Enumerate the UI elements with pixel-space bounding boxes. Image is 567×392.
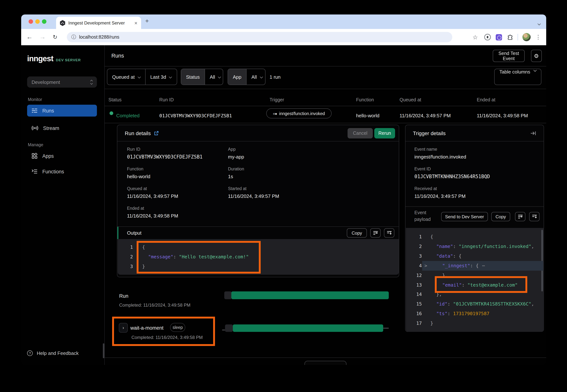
browser-tab[interactable]: Inngest Development Server × [56,17,141,29]
forward-icon[interactable]: → [39,33,46,41]
code-line-3: 3"data": { [406,251,544,261]
chevron-down-icon [218,75,221,79]
time-range-value: Last 3d [150,74,166,80]
stream-broadcast-icon [31,126,38,131]
inngest-app: inngest DEV SERVER Development Monitor R… [21,45,546,365]
annotation-box-output-json [137,241,261,274]
chevron-down-icon [138,75,141,79]
app-filter-label: App [228,69,246,85]
address-bar[interactable]: ⓘ localhost:8288/runs [67,32,452,42]
site-info-icon[interactable]: ⓘ [71,34,76,41]
table-columns-button[interactable]: Table columns [494,69,541,85]
run-queue-bar [224,291,232,299]
sidebar-item-label: Runs [42,108,54,113]
row-status: Completed [116,113,140,118]
cancel-button[interactable]: Cancel [348,128,373,139]
tab-search-chevron-icon[interactable] [538,20,540,26]
send-to-dev-server-button[interactable]: Send to Dev Server [441,212,488,221]
payload-divider [406,206,544,207]
back-icon[interactable]: ← [26,33,33,41]
output-copy-button[interactable]: Copy [347,228,367,238]
field-started-at: Started at 11/16/2024, 3:49:57 PM [228,186,279,200]
external-link-icon[interactable] [154,131,158,135]
event-payload-title: Event payload [414,209,431,223]
column-header-trigger[interactable]: Trigger [269,97,284,102]
table-header-divider [104,106,546,106]
column-header-queued-at[interactable]: Queued at [399,97,421,102]
reload-icon[interactable]: ↻ [53,34,57,40]
app-link[interactable]: my-app [228,153,244,161]
environment-selector[interactable]: Development [27,76,97,88]
step-queue-bar [225,324,233,332]
column-header-function[interactable]: Function [356,97,374,102]
page-title: Runs [111,53,124,59]
column-header-run-id[interactable]: Run ID [159,97,174,102]
annotation-box-email-line [435,276,527,293]
sidebar-scrollbar[interactable] [103,343,104,358]
payload-wrap-text-icon[interactable] [515,212,525,221]
sidebar-item-apps[interactable]: Apps [27,150,97,162]
browser-tabstrip: Inngest Development Server × + [21,14,546,29]
browser-menu-kebab-icon[interactable]: ⋮ [536,34,541,41]
partial-bottom-button[interactable] [304,361,346,365]
annotation-box-wait-step [112,317,215,346]
bookmark-star-icon[interactable]: ☆ [472,34,478,41]
code-line-16: 16"ts": 1731790197587 [406,309,544,319]
payload-copy-button[interactable]: Copy [491,212,510,221]
status-filter[interactable]: Status All [181,69,223,85]
event-waves-icon: «● [273,111,277,116]
step-track-left [222,330,225,330]
url-text: localhost:8288/runs [79,35,119,40]
run-count: 1 run [269,74,281,80]
purple-extension-icon[interactable] [496,34,502,40]
extensions-puzzle-icon[interactable] [507,34,513,40]
field-event-name: Event name inngest/function.invoked [414,147,466,161]
field-ended-at: Ended at 11/16/2024, 3:49:58 PM [127,206,178,220]
trace-bottom-divider [104,357,546,358]
row-trigger-badge[interactable]: «● inngest/function.invoked [266,108,332,118]
step-duration-bar[interactable] [233,324,383,332]
tab-title: Inngest Development Server [68,20,131,26]
tab-close-icon[interactable]: × [134,20,137,26]
logo-text: inngest [27,54,53,63]
help-and-feedback[interactable]: ? Help and Feedback [27,350,79,356]
run-duration-bar[interactable] [231,291,389,299]
app-filter[interactable]: App All [228,69,266,85]
traffic-light-close[interactable] [28,19,33,24]
payload-scroll-to-bottom-icon[interactable] [529,212,539,221]
chevron-down-icon [169,75,172,79]
profile-avatar[interactable] [523,33,531,41]
code-line-1: 1{ [406,232,544,242]
collapse-panel-icon[interactable] [531,131,536,135]
row-run-id[interactable]: 01JCVBTMV3WXY9D3CFDEJFZSB1 [159,113,232,118]
function-link[interactable]: hello-world [127,173,150,181]
code-line-15: 15"id": "01JCVBTMTKR41S8STTKEXSKX6C", [406,299,544,309]
time-field-label: Queued at [112,74,135,80]
password-extension-icon[interactable] [484,34,491,41]
send-test-event-button[interactable]: Send Test Event [493,50,525,62]
new-tab-button[interactable]: + [145,17,149,25]
sidebar-item-label: Functions [42,169,64,174]
traffic-light-minimize[interactable] [35,19,40,24]
traffic-light-maximize[interactable] [42,19,46,24]
sidebar-item-label: Stream [43,125,59,131]
scroll-to-bottom-icon[interactable] [384,228,394,238]
run-details-title: Run details [125,130,151,136]
collapse-chevron-icon[interactable]: > [425,261,427,270]
row-queued-at: 11/16/2024, 3:49:57 PM [399,113,451,118]
output-header: Output Copy [117,226,399,239]
time-filter[interactable]: Queued at Last 3d [107,69,177,85]
sidebar-item-functions[interactable]: Functions [27,166,97,177]
trigger-details-title: Trigger details [413,130,446,136]
column-header-ended-at[interactable]: Ended at [477,97,495,102]
sidebar-item-runs[interactable]: Runs [27,105,97,117]
settings-gear-icon[interactable]: ⚙ [531,50,542,62]
run-details-header: Run details Cancel Rerun [117,125,399,141]
runs-list-icon [31,108,38,113]
rerun-button[interactable]: Rerun [374,128,395,139]
wrap-text-icon[interactable] [370,228,381,238]
sidebar-divider [104,45,105,365]
column-header-status[interactable]: Status [108,97,122,102]
sidebar-item-stream[interactable]: Stream [27,122,97,134]
field-received-at: Received at 11/16/2024, 3:49:57 PM [414,186,466,200]
